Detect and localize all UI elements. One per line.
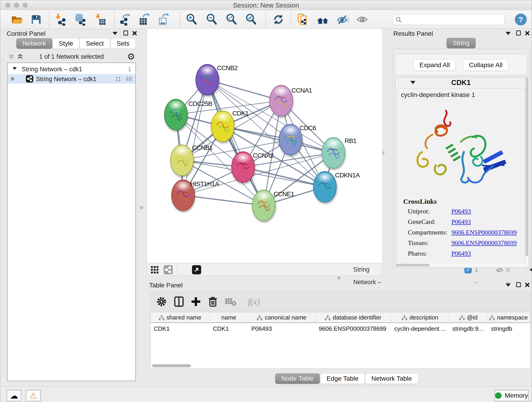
network-collection-row[interactable]: String Network – cdk1 1 <box>7 64 135 74</box>
column-header--id[interactable]: @id <box>449 312 488 323</box>
gear-icon[interactable]: ⚙ <box>127 51 135 62</box>
panel-menu-icon[interactable] <box>506 283 511 287</box>
panel-close-icon[interactable] <box>525 31 530 36</box>
warnings-button[interactable]: ⚠ <box>26 390 41 401</box>
birdseye-icon <box>529 265 532 275</box>
network-row[interactable]: String Network – cdk1 11 48 <box>7 74 135 84</box>
table-cell[interactable]: stringdb <box>488 323 530 334</box>
import-table-button[interactable] <box>94 13 107 26</box>
tab-edge-table[interactable]: Edge Table <box>320 373 365 384</box>
tab-string[interactable]: String <box>447 38 476 48</box>
column-header-database-identifier[interactable]: database identifier <box>316 312 391 323</box>
column-header-description[interactable]: description <box>391 312 449 323</box>
node-CDC25B[interactable] <box>165 99 187 130</box>
search-input[interactable] <box>405 15 502 24</box>
table-cell[interactable]: cyclin-dependent ... <box>391 323 449 334</box>
export-image-button[interactable] <box>157 13 170 26</box>
table-cell[interactable]: stringdb:9... <box>449 323 488 334</box>
tab-select[interactable]: Select <box>80 38 110 49</box>
node-CCNB1[interactable] <box>171 145 193 176</box>
export-table-button[interactable] <box>138 13 151 26</box>
edge-CCNB2-HIST1H1A[interactable] <box>183 80 207 195</box>
grid-view-button[interactable] <box>151 266 158 274</box>
horizontal-splitter-grip[interactable] <box>337 276 341 280</box>
tab-node-table[interactable]: Node Table <box>275 373 320 384</box>
network-node-count: 11 <box>115 76 121 83</box>
panel-float-icon[interactable] <box>123 31 128 36</box>
table-cell[interactable]: CDK1 <box>210 323 248 334</box>
zoom-out-button[interactable] <box>206 13 218 26</box>
table-horizontal-scrollbar[interactable] <box>152 364 529 368</box>
save-session-button[interactable] <box>30 13 42 26</box>
delete-table-button[interactable] <box>224 295 237 308</box>
memory-button[interactable]: Memory <box>495 390 529 401</box>
table-row[interactable]: CDK1CDK1P064939606.ENSP00000378699cyclin… <box>151 323 530 334</box>
function-builder-button[interactable]: f(x) <box>241 295 266 308</box>
network-canvas[interactable]: CCNB2CCNA1CDC25BCDK1CDC6RB1CCNB1CCNA2CDK… <box>147 29 382 263</box>
results-vertical-scrollbar[interactable] <box>525 77 529 265</box>
table-cell[interactable]: P06493 <box>248 323 316 334</box>
hide-selected-button[interactable] <box>336 13 349 26</box>
zoom-fit-button[interactable] <box>225 13 238 26</box>
delete-column-button[interactable] <box>206 295 219 308</box>
node-CDC6[interactable] <box>279 124 302 155</box>
crosslink-link[interactable]: 9606.ENSP00000378699 <box>451 239 517 247</box>
column-header-canonical-name[interactable]: canonical name <box>248 312 316 323</box>
show-all-button[interactable] <box>356 13 369 26</box>
birdseye-button[interactable] <box>529 265 532 276</box>
zoom-in-button[interactable] <box>185 13 198 26</box>
open-home-button[interactable] <box>317 13 329 26</box>
open-session-button[interactable] <box>10 13 23 26</box>
help-button[interactable]: ? <box>515 13 527 26</box>
tab-network-table[interactable]: Network Table <box>365 373 418 384</box>
node-CDK1[interactable] <box>211 111 234 142</box>
panel-menu-icon[interactable] <box>506 32 511 35</box>
tab-network[interactable]: Network <box>16 38 52 49</box>
panel-close-icon[interactable] <box>525 282 530 288</box>
panel-close-icon[interactable] <box>132 31 137 36</box>
zoom-selected-button[interactable] <box>245 13 258 26</box>
column-header-name[interactable]: name <box>210 312 248 323</box>
open-in-window-button[interactable] <box>192 265 201 274</box>
results-horizontal-scrollbar[interactable] <box>395 264 527 267</box>
collapse-all-button[interactable]: Collapse All <box>463 59 508 71</box>
node-RB1[interactable] <box>322 138 345 168</box>
duplicate-network-button[interactable] <box>296 13 309 26</box>
crosslink-row: Pharos:P06493 <box>408 250 522 260</box>
vertical-splitter-grip[interactable] <box>140 206 143 209</box>
collection-name: String Network – cdk1 <box>22 66 82 73</box>
table-settings-button[interactable] <box>155 295 168 308</box>
edge-CCNE1-HIST1H1A[interactable] <box>183 195 264 205</box>
column-header-shared-name[interactable]: shared name <box>151 312 210 323</box>
crosslink-link[interactable]: P06493 <box>451 218 471 225</box>
node-label-RB1: RB1 <box>345 137 356 144</box>
tab-sets[interactable]: Sets <box>110 38 136 49</box>
refresh-view-button[interactable] <box>272 13 285 26</box>
tab-style[interactable]: Style <box>53 38 79 49</box>
crosslink-link[interactable]: 9606.ENSP00000378699 <box>451 229 517 236</box>
panel-menu-icon[interactable] <box>113 32 118 35</box>
export-network-button[interactable] <box>119 13 132 26</box>
collection-expand-icon[interactable] <box>13 67 17 70</box>
network-view-button[interactable] <box>164 265 173 274</box>
panel-float-icon[interactable] <box>516 282 521 287</box>
crosslink-link[interactable]: P06493 <box>451 208 471 215</box>
import-network-file-button[interactable] <box>54 13 67 26</box>
node-CDKN1A[interactable] <box>313 172 336 202</box>
panel-float-icon[interactable] <box>516 31 521 36</box>
crosslink-label: Tissues: <box>408 239 429 246</box>
node-CCNB2[interactable] <box>196 64 219 95</box>
column-header-namespace[interactable]: namespace <box>488 312 530 323</box>
import-network-database-button[interactable] <box>74 13 86 26</box>
node-CCNA1[interactable] <box>270 85 293 116</box>
cloud-status-button[interactable]: ☁ <box>7 390 21 401</box>
table-cell[interactable]: CDK1 <box>151 323 210 334</box>
table-cell[interactable]: 9606.ENSP00000378699 <box>316 323 391 334</box>
expand-all-button[interactable]: Expand All <box>413 59 456 71</box>
node-CCNA2[interactable] <box>232 152 254 182</box>
node-CCNE1[interactable] <box>252 190 275 221</box>
add-column-button[interactable] <box>190 295 202 308</box>
crosslink-link[interactable]: P06493 <box>451 250 471 257</box>
show-columns-button[interactable] <box>172 295 185 308</box>
node-label-CCNB2: CCNB2 <box>217 64 238 71</box>
